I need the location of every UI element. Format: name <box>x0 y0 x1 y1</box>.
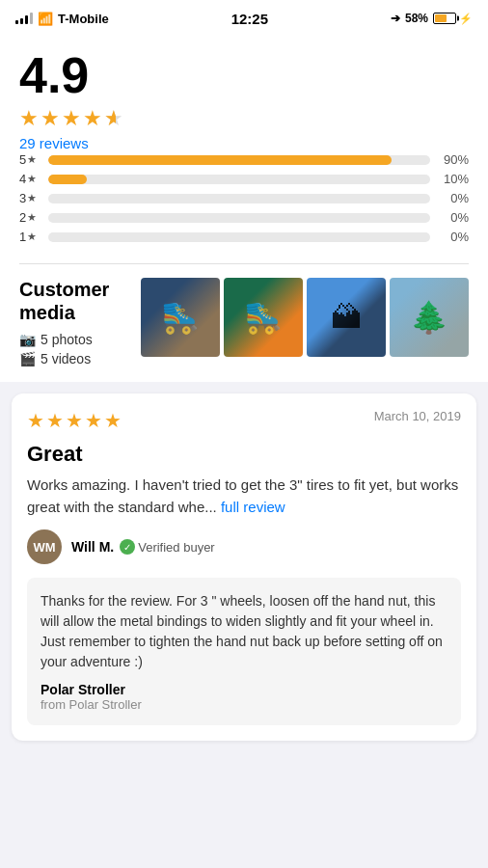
reviewer-name: Will M. <box>71 539 114 555</box>
star-3: ★ <box>62 106 81 131</box>
rating-bars: 5★ 90% 4★ 10% 3★ 0% 2★ 0% <box>19 152 469 244</box>
bar-track-3 <box>48 194 430 203</box>
review-stars: ★ ★ ★ ★ ★ <box>27 409 122 432</box>
reviewer-avatar: WM <box>27 529 62 564</box>
bar-fill-4 <box>48 175 87 184</box>
seller-from: from Polar Stroller <box>41 697 447 712</box>
review-header: ★ ★ ★ ★ ★ March 10, 2019 <box>27 409 461 432</box>
star-2: ★ <box>41 106 60 131</box>
battery-percent: 58% <box>405 12 428 25</box>
review-star-4: ★ <box>85 409 102 432</box>
customer-media-title: Customermedia <box>19 278 131 324</box>
divider-1 <box>19 263 469 264</box>
status-left: 📶 T-Mobile <box>15 12 109 26</box>
bar-pct-5: 90% <box>438 152 469 167</box>
bar-row-4: 4★ 10% <box>19 172 469 186</box>
review-date: March 10, 2019 <box>374 409 461 423</box>
bar-row-2: 2★ 0% <box>19 210 469 225</box>
reviewer-info: Will M. ✓ Verified buyer <box>71 539 215 555</box>
bar-pct-2: 0% <box>438 210 469 225</box>
bar-label-2: 2★ <box>19 210 41 225</box>
review-title: Great <box>27 442 461 467</box>
wifi-icon: 📶 <box>38 12 53 26</box>
star-5: ★ ★ <box>104 106 123 131</box>
bar-track-5 <box>48 155 430 165</box>
media-thumbnails[interactable]: 🛼 🛼 🏔 🌲 <box>141 278 469 366</box>
battery-icon: ⚡ <box>433 13 473 25</box>
bar-row-5: 5★ 90% <box>19 152 469 167</box>
video-icon: 🎬 <box>19 351 36 366</box>
location-icon: ➔ <box>391 12 400 25</box>
signal-icon <box>15 13 33 24</box>
media-thumb-3[interactable]: 🏔 <box>307 278 386 357</box>
review-star-5: ★ <box>104 409 122 432</box>
review-star-3: ★ <box>66 409 83 432</box>
review-body: Works amazing. I haven't tried to get th… <box>27 475 461 518</box>
rating-stars: ★ ★ ★ ★ ★ ★ <box>19 106 469 131</box>
bar-label-1: 1★ <box>19 230 41 244</box>
customer-media-section: Customermedia 📷 5 photos 🎬 5 videos 🛼 🛼 <box>19 278 469 366</box>
bar-row-3: 3★ 0% <box>19 191 469 205</box>
review-star-2: ★ <box>46 409 64 432</box>
verified-badge: ✓ Verified buyer <box>120 539 215 555</box>
bar-track-4 <box>48 175 430 184</box>
seller-reply: Thanks for the review. For 3 " wheels, l… <box>27 578 461 725</box>
rating-section: 4.9 ★ ★ ★ ★ ★ ★ 29 reviews 5★ 90% 4★ 10% <box>0 35 488 382</box>
carrier-label: T-Mobile <box>58 12 109 26</box>
verified-check-icon: ✓ <box>120 539 135 555</box>
bar-pct-4: 10% <box>438 172 469 186</box>
bar-label-4: 4★ <box>19 172 41 186</box>
star-4: ★ <box>83 106 102 131</box>
photo-count[interactable]: 📷 5 photos <box>19 332 131 347</box>
time-display: 12:25 <box>231 11 268 27</box>
bar-track-2 <box>48 213 430 223</box>
bar-pct-3: 0% <box>438 191 469 205</box>
review-star-1: ★ <box>27 409 44 432</box>
media-stats: 📷 5 photos 🎬 5 videos <box>19 332 131 366</box>
seller-reply-text: Thanks for the review. For 3 " wheels, l… <box>41 591 447 672</box>
status-bar: 📶 T-Mobile 12:25 ➔ 58% ⚡ <box>0 0 488 35</box>
customer-media-info: Customermedia 📷 5 photos 🎬 5 videos <box>19 278 131 366</box>
bar-row-1: 1★ 0% <box>19 230 469 244</box>
bar-pct-1: 0% <box>438 230 469 244</box>
media-thumb-1[interactable]: 🛼 <box>141 278 220 357</box>
bar-label-5: 5★ <box>19 152 41 167</box>
rating-score: 4.9 <box>19 50 469 100</box>
camera-icon: 📷 <box>19 332 36 347</box>
bar-label-3: 3★ <box>19 191 41 205</box>
video-count[interactable]: 🎬 5 videos <box>19 351 131 366</box>
review-card: ★ ★ ★ ★ ★ March 10, 2019 Great Works ama… <box>12 393 476 741</box>
full-review-link[interactable]: full review <box>221 499 285 515</box>
bar-fill-5 <box>48 155 392 165</box>
status-right: ➔ 58% ⚡ <box>391 12 473 25</box>
reviewer-row: WM Will M. ✓ Verified buyer <box>27 529 461 564</box>
reviews-count-link[interactable]: 29 reviews <box>19 135 89 151</box>
media-thumb-2[interactable]: 🛼 <box>224 278 303 357</box>
seller-name: Polar Stroller <box>41 682 447 697</box>
media-thumb-4[interactable]: 🌲 <box>390 278 469 357</box>
bar-track-1 <box>48 232 430 242</box>
star-1: ★ <box>19 106 39 131</box>
